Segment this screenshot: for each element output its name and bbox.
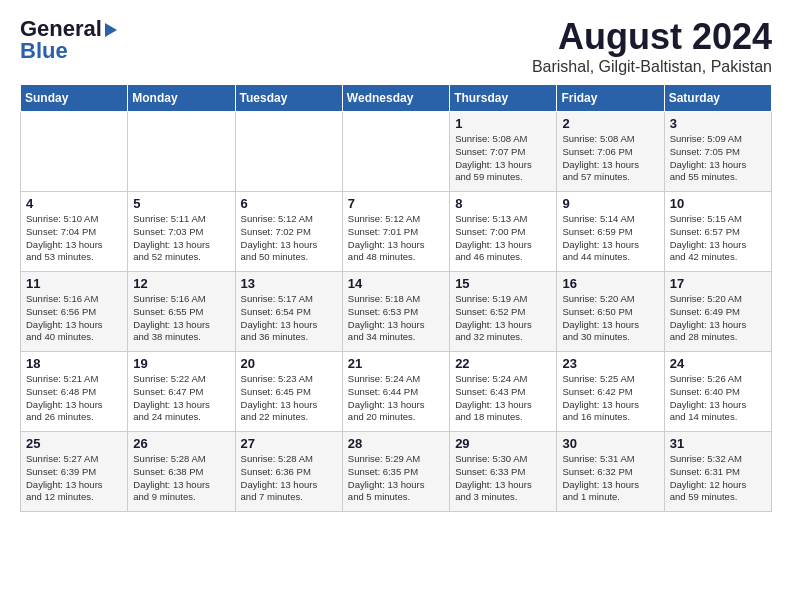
calendar-cell: 6Sunrise: 5:12 AM Sunset: 7:02 PM Daylig… [235, 192, 342, 272]
calendar-header-row: SundayMondayTuesdayWednesdayThursdayFrid… [21, 85, 772, 112]
cell-info: Sunrise: 5:09 AM Sunset: 7:05 PM Dayligh… [670, 133, 766, 184]
cell-info: Sunrise: 5:28 AM Sunset: 6:36 PM Dayligh… [241, 453, 337, 504]
cell-info: Sunrise: 5:12 AM Sunset: 7:02 PM Dayligh… [241, 213, 337, 264]
calendar-week-row: 18Sunrise: 5:21 AM Sunset: 6:48 PM Dayli… [21, 352, 772, 432]
day-number: 21 [348, 356, 444, 371]
day-number: 16 [562, 276, 658, 291]
cell-info: Sunrise: 5:21 AM Sunset: 6:48 PM Dayligh… [26, 373, 122, 424]
calendar-cell: 7Sunrise: 5:12 AM Sunset: 7:01 PM Daylig… [342, 192, 449, 272]
calendar-cell: 14Sunrise: 5:18 AM Sunset: 6:53 PM Dayli… [342, 272, 449, 352]
calendar-cell: 9Sunrise: 5:14 AM Sunset: 6:59 PM Daylig… [557, 192, 664, 272]
day-number: 10 [670, 196, 766, 211]
day-number: 17 [670, 276, 766, 291]
calendar-cell: 17Sunrise: 5:20 AM Sunset: 6:49 PM Dayli… [664, 272, 771, 352]
cell-info: Sunrise: 5:08 AM Sunset: 7:06 PM Dayligh… [562, 133, 658, 184]
calendar-week-row: 4Sunrise: 5:10 AM Sunset: 7:04 PM Daylig… [21, 192, 772, 272]
col-header-wednesday: Wednesday [342, 85, 449, 112]
day-number: 23 [562, 356, 658, 371]
cell-info: Sunrise: 5:13 AM Sunset: 7:00 PM Dayligh… [455, 213, 551, 264]
col-header-sunday: Sunday [21, 85, 128, 112]
col-header-tuesday: Tuesday [235, 85, 342, 112]
day-number: 1 [455, 116, 551, 131]
cell-info: Sunrise: 5:22 AM Sunset: 6:47 PM Dayligh… [133, 373, 229, 424]
calendar-cell: 3Sunrise: 5:09 AM Sunset: 7:05 PM Daylig… [664, 112, 771, 192]
cell-info: Sunrise: 5:19 AM Sunset: 6:52 PM Dayligh… [455, 293, 551, 344]
day-number: 22 [455, 356, 551, 371]
day-number: 11 [26, 276, 122, 291]
day-number: 7 [348, 196, 444, 211]
calendar-cell: 10Sunrise: 5:15 AM Sunset: 6:57 PM Dayli… [664, 192, 771, 272]
calendar-cell: 31Sunrise: 5:32 AM Sunset: 6:31 PM Dayli… [664, 432, 771, 512]
day-number: 12 [133, 276, 229, 291]
day-number: 20 [241, 356, 337, 371]
cell-info: Sunrise: 5:16 AM Sunset: 6:55 PM Dayligh… [133, 293, 229, 344]
col-header-thursday: Thursday [450, 85, 557, 112]
calendar-cell: 27Sunrise: 5:28 AM Sunset: 6:36 PM Dayli… [235, 432, 342, 512]
calendar-cell [128, 112, 235, 192]
col-header-friday: Friday [557, 85, 664, 112]
cell-info: Sunrise: 5:24 AM Sunset: 6:44 PM Dayligh… [348, 373, 444, 424]
day-number: 9 [562, 196, 658, 211]
calendar-cell: 25Sunrise: 5:27 AM Sunset: 6:39 PM Dayli… [21, 432, 128, 512]
day-number: 2 [562, 116, 658, 131]
calendar-cell: 19Sunrise: 5:22 AM Sunset: 6:47 PM Dayli… [128, 352, 235, 432]
cell-info: Sunrise: 5:28 AM Sunset: 6:38 PM Dayligh… [133, 453, 229, 504]
day-number: 6 [241, 196, 337, 211]
calendar-week-row: 11Sunrise: 5:16 AM Sunset: 6:56 PM Dayli… [21, 272, 772, 352]
day-number: 27 [241, 436, 337, 451]
calendar-cell: 5Sunrise: 5:11 AM Sunset: 7:03 PM Daylig… [128, 192, 235, 272]
calendar-table: SundayMondayTuesdayWednesdayThursdayFrid… [20, 84, 772, 512]
cell-info: Sunrise: 5:10 AM Sunset: 7:04 PM Dayligh… [26, 213, 122, 264]
day-number: 24 [670, 356, 766, 371]
calendar-week-row: 1Sunrise: 5:08 AM Sunset: 7:07 PM Daylig… [21, 112, 772, 192]
logo-arrow-icon [105, 23, 117, 37]
calendar-cell: 30Sunrise: 5:31 AM Sunset: 6:32 PM Dayli… [557, 432, 664, 512]
location-subtitle: Barishal, Gilgit-Baltistan, Pakistan [532, 58, 772, 76]
day-number: 5 [133, 196, 229, 211]
page-header: General Blue August 2024 Barishal, Gilgi… [20, 16, 772, 76]
day-number: 30 [562, 436, 658, 451]
cell-info: Sunrise: 5:27 AM Sunset: 6:39 PM Dayligh… [26, 453, 122, 504]
logo-blue: Blue [20, 38, 68, 64]
calendar-cell: 8Sunrise: 5:13 AM Sunset: 7:00 PM Daylig… [450, 192, 557, 272]
day-number: 8 [455, 196, 551, 211]
cell-info: Sunrise: 5:14 AM Sunset: 6:59 PM Dayligh… [562, 213, 658, 264]
day-number: 19 [133, 356, 229, 371]
day-number: 4 [26, 196, 122, 211]
calendar-cell: 26Sunrise: 5:28 AM Sunset: 6:38 PM Dayli… [128, 432, 235, 512]
cell-info: Sunrise: 5:25 AM Sunset: 6:42 PM Dayligh… [562, 373, 658, 424]
day-number: 3 [670, 116, 766, 131]
calendar-cell: 22Sunrise: 5:24 AM Sunset: 6:43 PM Dayli… [450, 352, 557, 432]
calendar-cell: 4Sunrise: 5:10 AM Sunset: 7:04 PM Daylig… [21, 192, 128, 272]
calendar-cell: 18Sunrise: 5:21 AM Sunset: 6:48 PM Dayli… [21, 352, 128, 432]
cell-info: Sunrise: 5:32 AM Sunset: 6:31 PM Dayligh… [670, 453, 766, 504]
cell-info: Sunrise: 5:08 AM Sunset: 7:07 PM Dayligh… [455, 133, 551, 184]
cell-info: Sunrise: 5:17 AM Sunset: 6:54 PM Dayligh… [241, 293, 337, 344]
calendar-cell: 21Sunrise: 5:24 AM Sunset: 6:44 PM Dayli… [342, 352, 449, 432]
calendar-cell: 13Sunrise: 5:17 AM Sunset: 6:54 PM Dayli… [235, 272, 342, 352]
calendar-cell: 28Sunrise: 5:29 AM Sunset: 6:35 PM Dayli… [342, 432, 449, 512]
day-number: 18 [26, 356, 122, 371]
cell-info: Sunrise: 5:29 AM Sunset: 6:35 PM Dayligh… [348, 453, 444, 504]
calendar-cell: 24Sunrise: 5:26 AM Sunset: 6:40 PM Dayli… [664, 352, 771, 432]
calendar-cell [21, 112, 128, 192]
calendar-cell: 29Sunrise: 5:30 AM Sunset: 6:33 PM Dayli… [450, 432, 557, 512]
day-number: 26 [133, 436, 229, 451]
cell-info: Sunrise: 5:12 AM Sunset: 7:01 PM Dayligh… [348, 213, 444, 264]
cell-info: Sunrise: 5:16 AM Sunset: 6:56 PM Dayligh… [26, 293, 122, 344]
col-header-monday: Monday [128, 85, 235, 112]
cell-info: Sunrise: 5:23 AM Sunset: 6:45 PM Dayligh… [241, 373, 337, 424]
calendar-week-row: 25Sunrise: 5:27 AM Sunset: 6:39 PM Dayli… [21, 432, 772, 512]
month-year-title: August 2024 [532, 16, 772, 58]
cell-info: Sunrise: 5:30 AM Sunset: 6:33 PM Dayligh… [455, 453, 551, 504]
title-area: August 2024 Barishal, Gilgit-Baltistan, … [532, 16, 772, 76]
cell-info: Sunrise: 5:20 AM Sunset: 6:49 PM Dayligh… [670, 293, 766, 344]
cell-info: Sunrise: 5:18 AM Sunset: 6:53 PM Dayligh… [348, 293, 444, 344]
day-number: 31 [670, 436, 766, 451]
day-number: 29 [455, 436, 551, 451]
calendar-cell [342, 112, 449, 192]
calendar-cell: 1Sunrise: 5:08 AM Sunset: 7:07 PM Daylig… [450, 112, 557, 192]
calendar-cell [235, 112, 342, 192]
calendar-cell: 12Sunrise: 5:16 AM Sunset: 6:55 PM Dayli… [128, 272, 235, 352]
calendar-cell: 2Sunrise: 5:08 AM Sunset: 7:06 PM Daylig… [557, 112, 664, 192]
